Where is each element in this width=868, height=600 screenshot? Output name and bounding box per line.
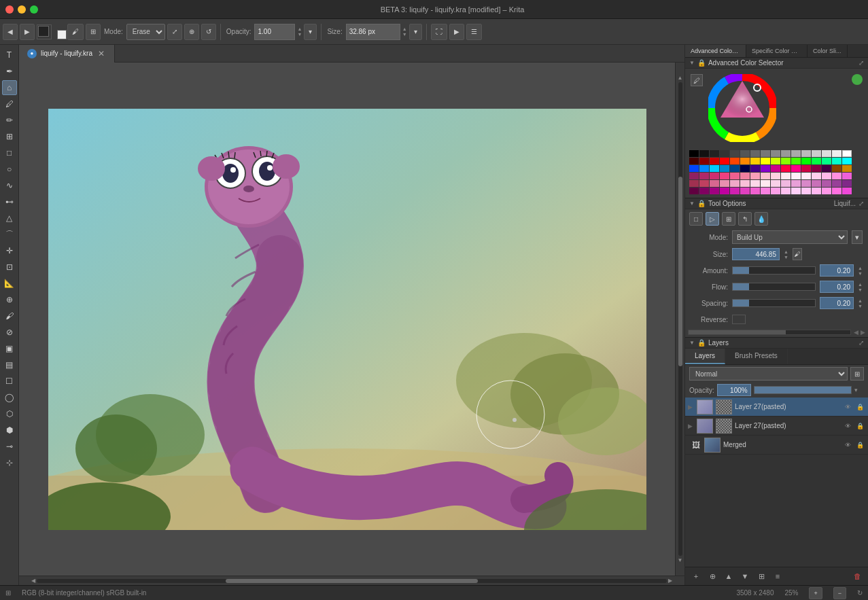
swatch[interactable] [812,188,821,194]
tool-measure[interactable]: 📐 [2,276,17,291]
tool-crop[interactable]: ⊞ [2,129,17,144]
swatch[interactable] [689,188,699,194]
opacity-extra-btn[interactable]: ▾ [304,24,317,40]
swatch[interactable] [740,173,750,179]
size-stepper[interactable]: ▲ ▼ [402,27,407,37]
flow-option-stepper[interactable]: ▲ ▼ [858,282,863,292]
tool-paint-bucket[interactable]: 🖊 [2,96,17,111]
scroll-down-arrow[interactable]: ▼ [676,556,684,565]
panel-tab-specific-color[interactable]: Specific Color Sel... [746,45,808,57]
reverse-checkbox[interactable] [732,315,746,324]
tool-icon-undo[interactable]: ↰ [738,212,752,226]
tool-ellipse-select[interactable]: ○ [2,162,17,177]
swatch[interactable] [720,173,729,179]
tool-zoom[interactable]: ⊕ [2,292,17,307]
swatch[interactable] [710,173,719,179]
tool-contiguous[interactable]: ⊷ [2,194,17,209]
replace-button[interactable]: ⤢ [167,24,182,40]
size-input[interactable] [346,24,400,40]
layers-panel-header[interactable]: ▼ 🔒 Layers ⤢ [685,338,868,349]
color-picker-tool[interactable]: 🖊 [691,74,703,86]
size-option-brush-btn[interactable]: 🖌 [793,248,802,260]
swatch[interactable] [822,180,831,187]
refresh-button[interactable]: ↺ [201,24,216,40]
swatch[interactable] [832,150,841,157]
swatch[interactable] [781,188,791,194]
opacity-stepper[interactable]: ▲ ▼ [297,27,302,37]
color-float-icon[interactable]: ⤢ [858,59,864,67]
swatch[interactable] [812,173,821,179]
tool-transform2[interactable]: ⊡ [2,260,17,275]
layer-eye-btn[interactable]: 👁 [842,402,853,412]
swatch[interactable] [710,188,719,194]
swatch[interactable] [699,158,709,164]
swatch[interactable] [812,158,821,164]
swatch[interactable] [781,180,791,187]
tool-icon-rect[interactable]: □ [689,212,703,226]
snap-button[interactable]: ⊕ [184,24,199,40]
swatch[interactable] [730,158,740,164]
tool-ellipse-select2[interactable]: ◯ [2,390,17,405]
duplicate-layer-btn[interactable]: ⊕ [706,569,719,583]
swatch[interactable] [842,180,852,187]
paint-tool-button[interactable]: 🖌 [67,24,84,40]
swatch[interactable] [832,165,841,172]
canvas-viewport[interactable] [19,63,675,576]
swatch[interactable] [699,180,709,187]
swatch[interactable] [801,173,811,179]
swatch[interactable] [842,165,852,172]
swatch[interactable] [842,150,852,157]
swatch[interactable] [689,180,699,187]
swatch[interactable] [822,173,831,179]
back-button[interactable]: ◀ [3,24,18,40]
swatch[interactable] [699,150,709,157]
swatch[interactable] [730,165,740,172]
swatch[interactable] [730,173,740,179]
tool-path-select2[interactable]: ⬢ [2,423,17,438]
swatch[interactable] [771,180,780,187]
h-scroll-thumb[interactable] [226,579,478,583]
layers-opacity-expand[interactable]: ▾ [854,387,864,393]
layers-blend-select[interactable]: Normal [689,367,848,381]
swatch[interactable] [720,165,729,172]
spacing-slider[interactable] [732,299,816,307]
swatch[interactable] [689,173,699,179]
swatch[interactable] [750,173,760,179]
contiguous-select-button[interactable]: ⊞ [86,24,101,40]
tool-icon-grid[interactable]: ⊞ [722,212,735,226]
swatch[interactable] [750,188,760,194]
swatch[interactable] [791,165,801,172]
tool-icon-drop[interactable]: 💧 [754,212,768,226]
flow-option-input[interactable] [820,281,854,293]
swatch[interactable] [761,188,770,194]
swatch[interactable] [822,150,831,157]
size-option-input[interactable] [732,248,780,260]
swatch[interactable] [740,165,750,172]
swatch[interactable] [791,158,801,164]
tool-gradient[interactable]: ▣ [2,341,17,356]
swatch[interactable] [801,165,811,172]
v-scrollbar[interactable]: ▲ ▼ [675,63,684,576]
panel-tab-color-slider[interactable]: Color Sli... [808,45,848,57]
swatch[interactable] [761,158,770,164]
layers-opacity-bar[interactable] [754,386,852,394]
amount-option-stepper[interactable]: ▲ ▼ [858,266,863,276]
flatten-btn[interactable]: ≡ [771,569,784,583]
swatch[interactable] [699,173,709,179]
swatch[interactable] [781,173,791,179]
swatch[interactable] [801,180,811,187]
swatch[interactable] [812,150,821,157]
tool-rect-select[interactable]: □ [2,145,17,160]
swatch[interactable] [771,150,780,157]
swatch[interactable] [761,165,770,172]
color-wheel[interactable] [708,74,776,142]
swatch[interactable] [812,180,821,187]
layers-grid-button[interactable]: ⊞ [850,367,864,381]
tool-options-expand-btn[interactable]: ◀ ▶ [854,329,865,336]
layers-list[interactable]: ▶ Layer 27(pasted) 👁 🔒 ▶ Layer 27(pasted… [685,398,868,567]
swatch[interactable] [750,150,760,157]
bg-color-swatch[interactable] [53,26,65,38]
tool-colorpicker[interactable]: ⊘ [2,325,17,340]
swatch[interactable] [812,165,821,172]
tab-close-button[interactable]: ✕ [97,49,106,58]
